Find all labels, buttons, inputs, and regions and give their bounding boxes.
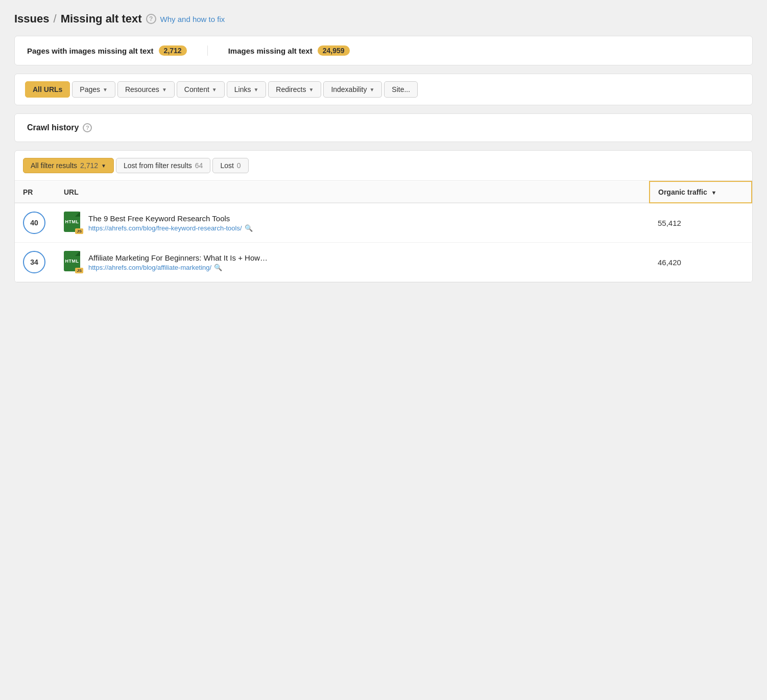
url-info-2: Affiliate Marketing For Beginners: What … [88, 253, 268, 271]
url-cell-1: HTML JS The 9 Best Free Keyword Research… [64, 212, 641, 234]
stat-images: Images missing alt text 24,959 [207, 45, 370, 56]
resources-caret: ▼ [162, 87, 167, 92]
stats-card: Pages with images missing alt text 2,712… [14, 36, 753, 65]
links-caret: ▼ [253, 87, 258, 92]
filter-pages[interactable]: Pages ▼ [72, 81, 115, 98]
filter-links[interactable]: Links ▼ [227, 81, 267, 98]
js-badge-2: JS [75, 268, 83, 273]
indexability-caret: ▼ [369, 87, 374, 92]
organic-traffic-caret: ▼ [711, 190, 717, 196]
url-info-1: The 9 Best Free Keyword Research Tools h… [88, 214, 253, 232]
redirects-caret: ▼ [308, 87, 314, 92]
breadcrumb-issues: Issues [14, 12, 50, 26]
col-pr: PR [15, 181, 56, 203]
breadcrumb-separator: / [54, 12, 57, 26]
cell-url-2: HTML JS Affiliate Marketing For Beginner… [56, 243, 650, 282]
table-row: 40 HTML JS The 9 Best Free Keyword Resea… [15, 203, 752, 243]
filter-redirects[interactable]: Redirects ▼ [268, 81, 321, 98]
url-title-2: Affiliate Marketing For Beginners: What … [88, 253, 268, 262]
url-title-1: The 9 Best Free Keyword Research Tools [88, 214, 253, 223]
filter-resources[interactable]: Resources ▼ [117, 81, 175, 98]
table-row: 34 HTML JS Affiliate Marketing For Begin… [15, 243, 752, 282]
col-organic-traffic[interactable]: Organic traffic ▼ [650, 181, 752, 203]
filter-site[interactable]: Site... [384, 81, 418, 98]
pr-circle-1: 40 [23, 212, 45, 234]
stat-pages-label: Pages with images missing alt text [27, 46, 154, 55]
url-href-1[interactable]: https://ahrefs.com/blog/free-keyword-res… [88, 224, 253, 232]
stat-images-count: 24,959 [318, 45, 350, 56]
crawl-history-section: Crawl history ? [14, 113, 753, 142]
content-caret: ▼ [212, 87, 217, 92]
traffic-value-1: 55,412 [658, 219, 681, 227]
breadcrumb-current: Missing alt text [61, 12, 142, 26]
sub-filter-bar: All filter results 2,712 ▼ Lost from fil… [15, 151, 752, 181]
breadcrumb-help-icon[interactable]: ? [146, 14, 156, 24]
pr-circle-2: 34 [23, 251, 45, 273]
cell-traffic-2: 46,420 [650, 243, 752, 282]
results-section: All filter results 2,712 ▼ Lost from fil… [14, 150, 753, 283]
sub-filter-all-results[interactable]: All filter results 2,712 ▼ [23, 158, 114, 173]
url-href-2[interactable]: https://ahrefs.com/blog/affiliate-market… [88, 264, 268, 271]
search-icon-2[interactable]: 🔍 [214, 264, 222, 271]
stat-images-label: Images missing alt text [228, 46, 313, 55]
file-icon-1: HTML JS [64, 212, 82, 234]
filter-all-urls[interactable]: All URLs [25, 81, 70, 98]
filter-indexability[interactable]: Indexability ▼ [323, 81, 382, 98]
crawl-history-title: Crawl history ? [27, 123, 740, 132]
sub-filter-lost-zero[interactable]: Lost 0 [212, 158, 248, 173]
js-badge-1: JS [75, 228, 83, 234]
traffic-value-2: 46,420 [658, 258, 681, 267]
data-table: PR URL Organic traffic ▼ 40 [15, 181, 752, 282]
cell-traffic-1: 55,412 [650, 203, 752, 243]
filter-bar: All URLs Pages ▼ Resources ▼ Content ▼ L… [14, 74, 753, 105]
url-cell-2: HTML JS Affiliate Marketing For Beginner… [64, 251, 641, 273]
all-results-caret: ▼ [101, 163, 106, 169]
col-url: URL [56, 181, 650, 203]
file-icon-2: HTML JS [64, 251, 82, 273]
breadcrumb: Issues / Missing alt text ? Why and how … [14, 12, 753, 26]
search-icon-1[interactable]: 🔍 [245, 224, 253, 232]
filter-content[interactable]: Content ▼ [177, 81, 225, 98]
stat-pages: Pages with images missing alt text 2,712 [27, 45, 207, 56]
stat-pages-count: 2,712 [159, 45, 187, 56]
why-fix-link[interactable]: Why and how to fix [160, 15, 225, 24]
pages-caret: ▼ [103, 87, 108, 92]
cell-url-1: HTML JS The 9 Best Free Keyword Research… [56, 203, 650, 243]
cell-pr-1: 40 [15, 203, 56, 243]
crawl-history-help-icon[interactable]: ? [83, 123, 92, 132]
sub-filter-lost[interactable]: Lost from filter results 64 [116, 158, 210, 173]
cell-pr-2: 34 [15, 243, 56, 282]
